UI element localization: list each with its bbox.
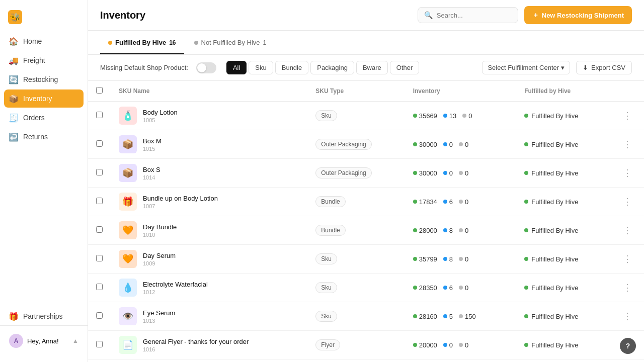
sidebar-item-inventory-label: Inventory	[23, 95, 52, 103]
row-more-button[interactable]: ⋮	[619, 165, 636, 180]
missing-label: Missing Default Shop Product:	[100, 64, 188, 71]
sidebar-item-returns[interactable]: ↩️ Returns	[4, 128, 84, 146]
row-more-button[interactable]: ⋮	[619, 251, 636, 266]
tab-fulfilled[interactable]: Fulfilled By Hive 16	[100, 31, 184, 54]
chevron-up-icon: ▲	[72, 337, 78, 344]
product-id: 1010	[143, 232, 177, 238]
row-checkbox[interactable]	[96, 255, 103, 261]
row-checkbox[interactable]	[96, 112, 103, 118]
export-label: Export CSV	[591, 64, 625, 71]
inventory-cell: 28350 6 0	[405, 274, 517, 302]
inv-gray-dot	[459, 286, 463, 290]
filter-btn-other[interactable]: Other	[390, 61, 420, 74]
filter-btn-bundle[interactable]: Bundle	[275, 61, 308, 74]
orders-icon: 🧾	[9, 113, 18, 122]
sidebar-bottom: A Hey, Anna! ▲	[0, 325, 88, 356]
export-csv-button[interactable]: ⬇ Export CSV	[576, 61, 632, 74]
sidebar-item-freight[interactable]: 🚚 Freight	[4, 51, 84, 69]
product-image: 🧴	[119, 107, 137, 125]
row-more-button[interactable]: ⋮	[619, 108, 636, 123]
topbar-right: 🔍 ＋ New Restocking Shipment	[418, 6, 632, 24]
table-row: 🧴 Glossing Shampoo 1004 Sku 28199 4 50 F…	[88, 359, 644, 363]
sidebar-user[interactable]: A Hey, Anna! ▲	[4, 330, 84, 352]
product-name: General Flyer - thanks for your order	[143, 338, 249, 345]
inv-blue-dot	[443, 314, 447, 318]
row-checkbox[interactable]	[96, 226, 103, 233]
row-more-button[interactable]: ⋮	[619, 223, 636, 238]
fulfilled-label: Fulfilled By Hive	[531, 112, 578, 120]
row-checkbox[interactable]	[96, 198, 103, 204]
sku-type-cell: Sku	[307, 274, 405, 302]
row-more-button[interactable]: ⋮	[619, 137, 636, 152]
inv-blue-val: 0	[449, 169, 453, 177]
new-restocking-button[interactable]: ＋ New Restocking Shipment	[524, 6, 632, 24]
row-more-button[interactable]: ⋮	[619, 280, 636, 295]
sidebar-item-home[interactable]: 🏠 Home	[4, 32, 84, 50]
sku-name-cell: 📦 Box S 1014	[111, 159, 307, 188]
sidebar-item-inventory[interactable]: 📦 Inventory	[4, 89, 84, 108]
sidebar-item-partnerships-label: Partnerships	[23, 312, 63, 320]
product-id: 1014	[143, 174, 160, 180]
product-image: 💧	[119, 279, 137, 297]
sku-type-badge: Sku	[315, 282, 337, 293]
filter-btn-sku[interactable]: Sku	[249, 61, 273, 74]
sku-type-badge: Outer Packaging	[315, 167, 371, 178]
row-actions-cell: ⋮	[611, 130, 644, 159]
missing-toggle[interactable]	[196, 62, 216, 73]
logo-icon: 🐝	[8, 10, 22, 24]
table-row: 🧴 Body Lotion 1005 Sku 35669 13 0 Fulfil…	[88, 102, 644, 130]
fulfilled-dot	[524, 257, 528, 261]
tab-badge-not_fulfilled	[194, 41, 198, 45]
inv-green-dot	[413, 343, 417, 347]
inventory-cell: 17834 6 0	[405, 188, 517, 216]
product-name: Eye Serum	[143, 309, 175, 317]
row-checkbox[interactable]	[96, 341, 103, 347]
home-icon: 🏠	[9, 37, 18, 46]
inv-blue-val: 5	[449, 313, 453, 320]
row-checkbox[interactable]	[96, 140, 103, 147]
inventory-cell: 20000 0 0	[405, 331, 517, 359]
help-button[interactable]: ?	[620, 338, 636, 354]
filter-btn-all[interactable]: All	[226, 61, 247, 74]
search-bar: 🔍	[418, 7, 518, 23]
toggle-wrap	[196, 62, 216, 73]
sidebar-item-orders[interactable]: 🧾 Orders	[4, 109, 84, 127]
inv-blue-dot	[443, 286, 447, 290]
sku-name-cell: 🧴 Body Lotion 1005	[111, 102, 307, 130]
inv-green-val: 30000	[419, 141, 437, 148]
sku-type-badge: Bundle	[315, 225, 345, 236]
sku-type-cell: Sku	[307, 302, 405, 331]
row-checkbox[interactable]	[96, 284, 103, 290]
sidebar-item-restocking[interactable]: 🔄 Restocking	[4, 70, 84, 88]
filter-btn-bware[interactable]: Bware	[356, 61, 388, 74]
select-all-checkbox[interactable]	[96, 87, 103, 94]
row-more-button[interactable]: ⋮	[619, 309, 636, 324]
table-row: 💧 Electrolyte Waterfacial 1012 Sku 28350…	[88, 274, 644, 302]
sku-name-cell: 👁️ Eye Serum 1013	[111, 302, 307, 331]
fulfilled-label: Fulfilled By Hive	[531, 169, 578, 177]
tab-not_fulfilled[interactable]: Not Fulfilled By Hive 1	[186, 31, 275, 54]
fulfilled-dot	[524, 114, 528, 118]
sidebar-item-partnerships[interactable]: 🎁 Partnerships	[4, 307, 84, 325]
inv-green-dot	[413, 286, 417, 290]
inv-gray-val: 0	[465, 341, 468, 349]
inv-green-dot	[413, 257, 417, 261]
toggle-knob	[197, 63, 206, 72]
product-image: 📄	[119, 336, 137, 354]
filter-btn-packaging[interactable]: Packaging	[310, 61, 354, 74]
inv-green-val: 35799	[419, 255, 437, 263]
fulfilled-label: Fulfilled By Hive	[531, 255, 578, 263]
col-fulfilled: Fulfilled by Hive	[516, 81, 611, 102]
table-row: 🧡 Day Bundle 1010 Bundle 28000 8 0 Fulfi…	[88, 216, 644, 245]
row-checkbox[interactable]	[96, 312, 103, 319]
tabs-bar: Fulfilled By Hive 16 Not Fulfilled By Hi…	[88, 31, 644, 55]
row-checkbox[interactable]	[96, 169, 103, 175]
row-more-button[interactable]: ⋮	[619, 194, 636, 209]
inv-blue-val: 0	[449, 141, 453, 148]
search-input[interactable]	[437, 12, 512, 19]
sidebar-nav: 🏠 Home🚚 Freight🔄 Restocking📦 Inventory🧾 …	[0, 32, 88, 299]
fulfillment-center-select[interactable]: Select Fulfillment Center ▾	[482, 61, 570, 74]
inv-green-val: 17834	[419, 198, 437, 206]
chevron-down-icon: ▾	[561, 64, 565, 71]
tab-label-not_fulfilled: Not Fulfilled By Hive	[201, 39, 260, 46]
